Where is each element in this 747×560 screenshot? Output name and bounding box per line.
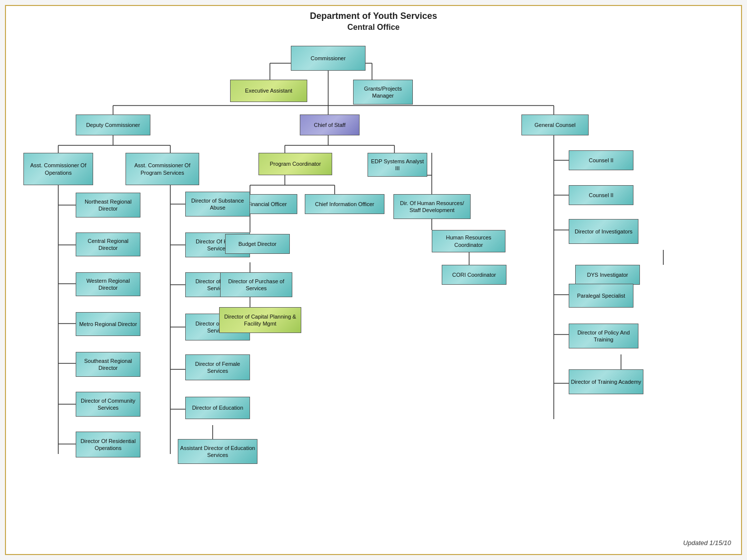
dir-policy-node: Director of Policy And Training <box>569 324 638 348</box>
general-counsel-node: General Counsel <box>521 114 589 135</box>
metro-rd-node: Metro Regional Director <box>76 312 140 336</box>
deputy-commissioner-node: Deputy Commissioner <box>76 114 150 135</box>
dir-purchase-node: Director of Purchase of Services <box>220 272 292 297</box>
edp-systems-node: EDP Systems Analyst III <box>368 153 427 177</box>
dir-female-node: Director of Female Services <box>185 354 250 380</box>
page: Department of Youth Services Central Off… <box>5 5 742 555</box>
sub-title: Central Office <box>11 23 736 32</box>
asst-comm-prog-node: Asst. Commissioner Of Program Services <box>125 153 199 185</box>
counsel-ii-1-node: Counsel II <box>569 150 633 170</box>
counsel-ii-2-node: Counsel II <box>569 185 633 205</box>
asst-dir-education-node: Assistant Director of Education Services <box>178 439 257 464</box>
commissioner-node: Commissioner <box>291 46 366 71</box>
title-section: Department of Youth Services Central Off… <box>11 11 736 32</box>
dir-community-node: Director of Community Services <box>76 392 140 417</box>
cio-node: Chief Information Officer <box>305 194 384 214</box>
dir-capital-node: Director of Capital Planning & Facility … <box>219 307 301 333</box>
asst-comm-ops-node: Asst. Commissioner Of Operations <box>23 153 93 185</box>
northeast-rd-node: Northeast Regional Director <box>76 193 140 218</box>
central-rd-node: Central Regional Director <box>76 232 140 256</box>
updated-text: Updated 1/15/10 <box>683 539 731 547</box>
grants-manager-node: Grants/Projects Manager <box>353 80 413 105</box>
main-title: Department of Youth Services <box>11 11 736 21</box>
chief-of-staff-node: Chief of Staff <box>300 114 360 135</box>
dir-residential-node: Director Of Residential Operations <box>76 432 140 457</box>
western-rd-node: Western Regional Director <box>76 272 140 296</box>
dir-substance-node: Director of Substance Abuse <box>185 192 250 217</box>
cori-coordinator-node: CORI Coordinator <box>442 265 506 285</box>
dir-education-node: Director of Education <box>185 397 250 419</box>
budget-director-node: Budget Director <box>225 234 290 254</box>
southeast-rd-node: Southeast Regional Director <box>76 352 140 377</box>
dir-investigators-node: Director of Investigators <box>569 219 638 244</box>
dir-training-academy-node: Director of Training Academy <box>569 369 643 394</box>
hr-coordinator-node: Human Resources Coordinator <box>432 230 505 252</box>
dir-hr-node: Dir. Of Human Resources/ Staff Developme… <box>393 194 471 219</box>
dys-investigator-node: DYS Investigator <box>575 265 640 285</box>
paralegal-node: Paralegal Specialist <box>569 284 633 308</box>
program-coordinator-node: Program Coordinator <box>258 153 332 175</box>
exec-assistant-node: Executive Assistant <box>230 80 307 102</box>
